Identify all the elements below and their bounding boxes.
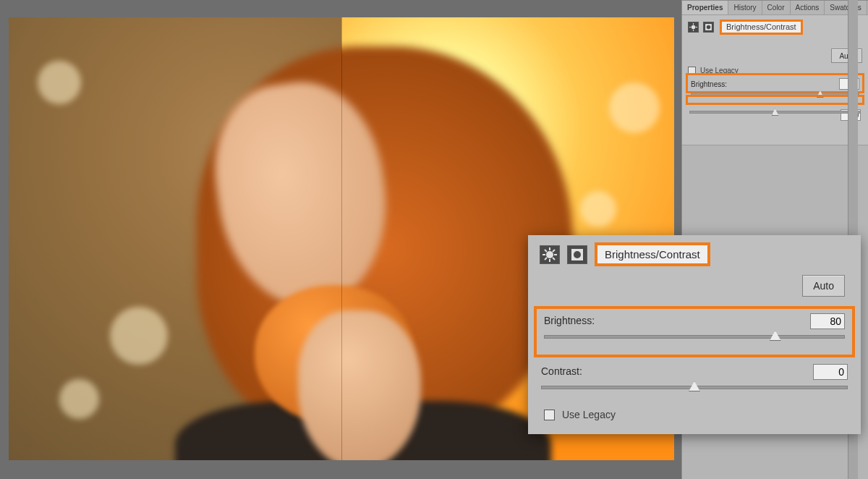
svg-point-5 — [574, 251, 581, 258]
use-legacy-option[interactable]: Use Legacy — [544, 409, 616, 420]
highlight-strip — [686, 95, 864, 105]
svg-point-0 — [692, 25, 696, 30]
highlight-brightness: Brightness: — [534, 306, 855, 357]
brightness-contrast-icon — [688, 22, 699, 33]
brightness-label: Brightness: — [691, 80, 727, 88]
tab-color[interactable]: Color — [762, 1, 791, 14]
brightness-contrast-icon — [540, 245, 560, 264]
brightness-label: Brightness: — [544, 315, 595, 326]
tab-swatches[interactable]: Swatches — [825, 1, 867, 14]
contrast-thumb[interactable] — [689, 381, 700, 391]
contrast-thumb[interactable] — [772, 109, 779, 116]
auto-button[interactable]: Auto — [802, 275, 845, 297]
brightness-value-input[interactable] — [810, 313, 845, 329]
properties-panel: Brightness/Contrast Auto Brightness: — [682, 14, 868, 145]
panel-tabs: Properties History Color Actions Swatche… — [682, 0, 868, 14]
brightness-slider[interactable] — [544, 335, 845, 339]
properties-panel-zoom: Brightness/Contrast Auto Brightness: Con… — [528, 235, 861, 434]
checkbox-icon — [544, 410, 555, 420]
contrast-slider[interactable] — [689, 111, 861, 114]
highlight-brightness: Brightness: — [686, 73, 864, 93]
contrast-slider[interactable] — [541, 386, 848, 389]
layer-mask-icon — [703, 22, 714, 33]
brightness-thumb[interactable] — [770, 331, 781, 341]
compare-divider — [341, 17, 342, 460]
tab-history[interactable]: History — [728, 1, 762, 14]
tab-actions[interactable]: Actions — [791, 1, 825, 14]
svg-point-3 — [546, 251, 553, 258]
svg-point-2 — [707, 25, 711, 30]
layer-mask-icon — [567, 245, 587, 264]
adjustment-title: Brightness/Contrast — [595, 242, 710, 266]
adjustment-title: Brightness/Contrast — [720, 20, 803, 35]
contrast-label: Contrast: — [541, 365, 582, 377]
tab-properties[interactable]: Properties — [682, 1, 728, 14]
use-legacy-label: Use Legacy — [562, 409, 616, 420]
contrast-value-input[interactable] — [813, 364, 848, 380]
